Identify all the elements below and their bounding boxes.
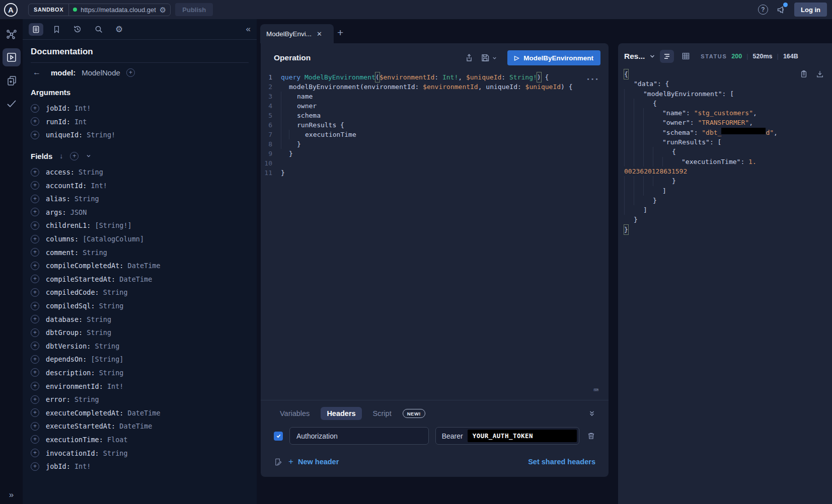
tab-variables[interactable]: Variables [274,407,316,420]
connection-settings-gear-icon[interactable]: ⚙ [160,6,166,14]
collapse-footer-icon[interactable] [588,410,595,417]
add-field-icon[interactable]: + [31,181,39,190]
collapse-panel-icon[interactable]: « [246,24,251,34]
new-header-button[interactable]: + New header [288,457,339,467]
field-row[interactable]: +dbtGroup: String [31,326,249,340]
explorer-icon[interactable] [3,48,21,66]
field-row[interactable]: +compileStartedAt: DateTime [31,273,249,286]
explorer-settings-gear-icon[interactable]: ⚙ [112,23,126,36]
add-field-icon[interactable]: + [31,449,39,457]
field-row[interactable]: +dependsOn: [String] [31,353,249,366]
field-row[interactable]: +description: String [31,366,249,380]
close-tab-icon[interactable]: ✕ [317,30,322,38]
saved-operations-icon[interactable] [49,23,64,36]
field-row[interactable]: +comment: String [31,245,249,259]
add-field-icon[interactable]: + [31,302,39,310]
field-row[interactable]: +executionTime: Float [31,433,249,447]
response-title[interactable]: Res... [624,52,645,61]
add-field-icon[interactable]: + [31,342,39,350]
tab-headers[interactable]: Headers [321,407,361,420]
field-row[interactable]: +invocationId: String [31,446,249,460]
add-field-icon[interactable]: + [31,131,39,139]
back-arrow-icon[interactable]: ← [33,68,41,77]
add-field-icon[interactable]: + [31,117,39,126]
add-field-icon[interactable]: + [31,315,39,323]
field-row[interactable]: +columns: [CatalogColumn] [31,232,249,246]
add-field-icon[interactable]: + [31,408,39,417]
download-response-icon[interactable] [816,70,824,78]
tab-script[interactable]: Script [367,407,398,420]
field-row[interactable]: +compiledCode: String [31,286,249,299]
schema-graph-icon[interactable] [3,25,21,43]
save-operation-group[interactable] [481,53,497,62]
add-field-icon[interactable]: + [31,168,39,177]
add-field-icon[interactable]: + [31,328,39,337]
help-icon[interactable]: ? [758,5,768,15]
field-row[interactable]: +executeCompletedAt: DateTime [31,406,249,419]
add-field-icon[interactable]: + [31,275,39,283]
field-row[interactable]: +access: String [31,165,249,179]
announcements-icon[interactable] [776,5,786,15]
field-row[interactable]: +uniqueId: String! [31,128,249,142]
add-field-icon[interactable]: + [31,104,39,113]
field-row[interactable]: +childrenL1: [String!] [31,219,249,232]
add-field-icon[interactable]: + [31,422,39,431]
response-chevron-icon[interactable] [649,53,655,59]
add-field-icon[interactable]: + [31,462,39,471]
field-row[interactable]: +compileCompletedAt: DateTime [31,259,249,273]
add-field-icon[interactable]: + [31,262,39,270]
add-field-icon[interactable]: + [31,382,39,390]
field-row[interactable]: +dbtVersion: String [31,340,249,353]
apollo-logo[interactable]: A [4,3,18,17]
new-tab-button[interactable]: + [337,27,343,39]
field-row[interactable]: +compiledSql: String [31,299,249,313]
add-field-icon[interactable]: + [31,435,39,444]
run-operation-button[interactable]: ▷ ModelByEnvironment [507,50,600,65]
add-field-icon[interactable]: + [31,195,39,203]
table-view-icon[interactable] [678,49,693,63]
field-row[interactable]: +error: String [31,393,249,406]
field-row[interactable]: +jobId: Int! [31,102,249,115]
add-field-icon[interactable]: + [31,221,39,230]
field-row[interactable]: +args: JSON [31,206,249,219]
field-row[interactable]: +executeStartedAt: DateTime [31,419,249,433]
endpoint-url-box[interactable]: https://metadata.cloud.get ⚙ [69,4,170,16]
documentation-tab-icon[interactable] [29,23,43,36]
add-field-icon[interactable]: + [31,235,39,243]
query-editor[interactable]: 1query ModelByEnvironment($environmentId… [261,70,609,400]
copy-response-icon[interactable] [800,70,808,78]
add-all-fields-button[interactable]: + [126,68,135,77]
edit-headers-json-icon[interactable] [274,458,282,466]
sort-fields-icon[interactable]: ↓ [59,152,63,160]
search-icon[interactable] [91,23,106,36]
editor-overflow-menu-icon[interactable]: ••• [586,74,599,84]
raw-view-icon[interactable] [660,50,674,63]
add-field-icon[interactable]: + [31,355,39,364]
delete-header-icon[interactable] [587,432,595,440]
field-row[interactable]: +runId: Int [31,115,249,129]
field-row[interactable]: +accountId: Int! [31,179,249,192]
publish-button[interactable]: Publish [175,3,213,16]
endpoint-url[interactable]: https://metadata.cloud.get [81,6,156,14]
add-field-icon[interactable]: + [31,395,39,404]
header-value-input[interactable]: Bearer YOUR_AUTH_TOKEN [435,427,579,445]
add-field-icon[interactable]: + [31,368,39,377]
share-icon[interactable] [465,53,474,62]
header-enabled-checkbox[interactable] [274,432,283,441]
field-row[interactable]: +alias: String [31,192,249,206]
login-button[interactable]: Log in [794,3,827,17]
history-icon[interactable] [70,23,85,36]
add-field-icon[interactable]: + [31,248,39,257]
add-fields-button[interactable]: + [70,152,79,160]
response-body[interactable]: {"data": {"modelByEnvironment": [{"name"… [618,66,832,234]
sandbox-pages-icon[interactable] [3,71,21,90]
field-row[interactable]: +database: String [31,312,249,326]
expand-rail-icon[interactable]: » [0,490,23,500]
breadcrumb-type[interactable]: ModelNode [82,68,120,77]
field-row[interactable]: +jobId: Int! [31,460,249,473]
add-field-icon[interactable]: + [31,288,39,297]
set-shared-headers-link[interactable]: Set shared headers [528,458,595,466]
field-row[interactable]: +environmentId: Int! [31,379,249,393]
auth-token-chip[interactable]: YOUR_AUTH_TOKEN [468,430,577,442]
checks-icon[interactable] [3,95,21,113]
